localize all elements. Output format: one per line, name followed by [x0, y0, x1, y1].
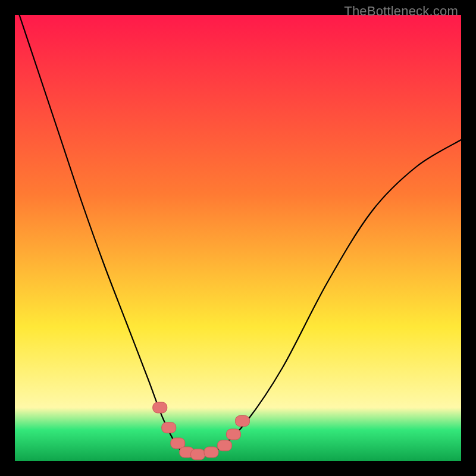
- watermark-text: TheBottleneck.com: [344, 4, 458, 19]
- chart-frame: [0, 0, 476, 476]
